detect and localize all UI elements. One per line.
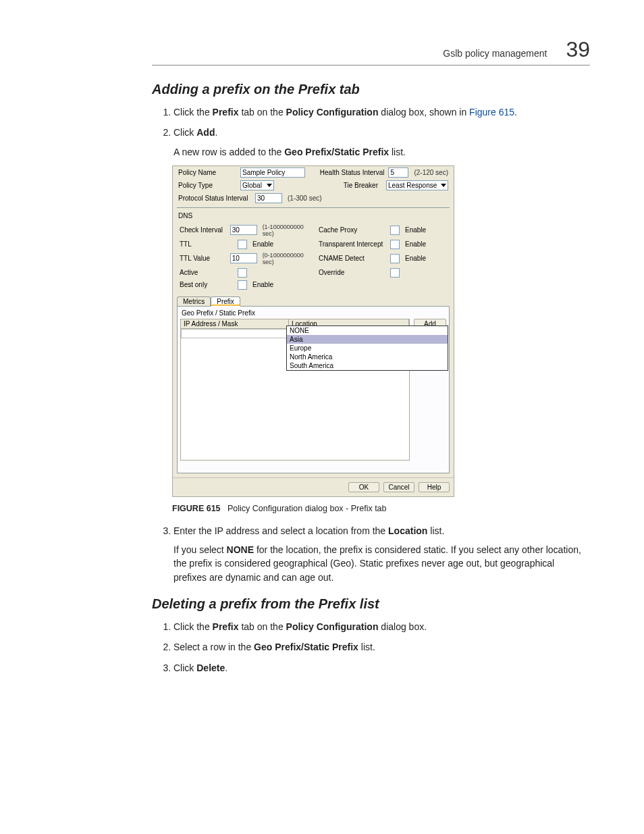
header-rule [152,65,590,66]
health-input[interactable] [388,167,408,178]
ttl-checkbox[interactable] [238,240,247,249]
header-title: Gslb policy management [443,48,547,59]
steps-delete: Click the Prefix tab on the Policy Confi… [152,620,590,675]
prefix-subtitle: Geo Prefix / Static Prefix [180,309,446,319]
text: A new row is added to the [173,147,284,157]
text: Click the [173,107,213,118]
section-heading-delete: Deleting a prefix from the Prefix list [152,596,590,612]
ip-address-input[interactable] [181,329,289,338]
best-only-checkbox[interactable] [238,280,247,290]
cache-proxy-label: Cache Proxy [319,226,387,234]
text: Click the [173,621,213,632]
text: . [215,127,217,138]
step-d3: Click Delete. [173,661,590,675]
location-option[interactable]: Asia [287,335,410,344]
page-header: Gslb policy management 39 [152,37,590,62]
bold: Prefix [213,107,239,118]
prefix-table: IP Address / Mask Location Asia NONE Asi… [180,319,410,461]
step-3-para: If you select NONE for the location, the… [173,543,590,584]
text: Click [173,662,196,673]
proto-hint: (1-300 sec) [288,194,322,202]
text: If you select [173,544,227,555]
step-d1: Click the Prefix tab on the Policy Confi… [173,620,590,633]
figure-caption: FIGURE 615 Policy Configuration dialog b… [172,504,590,513]
prefix-tab-body: Geo Prefix / Static Prefix IP Address / … [177,306,450,473]
override-label: Override [319,269,387,276]
dns-grid: Check Interval (1-1000000000 sec) Cache … [173,221,454,294]
tabstrip: Metrics Prefix [173,294,454,306]
bold: Location [388,525,427,536]
bold: Policy Configuration [286,621,379,632]
policy-config-dialog: Policy Name Health Status Interval (2-12… [172,165,454,497]
tab-metrics[interactable]: Metrics [177,296,211,306]
proto-label: Protocol Status Interval [178,194,252,202]
text: list. [427,525,444,536]
enable-text: Enable [252,281,273,288]
transparent-label: Transparent Intercept [319,240,387,248]
enable-text: Enable [405,255,426,262]
text: tab on the [239,107,286,118]
dialog-footer: OK Cancel Help [173,477,454,496]
cache-proxy-checkbox[interactable] [390,226,400,235]
health-label: Health Status Interval [320,169,385,176]
location-option[interactable]: NONE [287,326,410,335]
enable-text: Enable [252,240,273,248]
dropdown-value: Global [242,182,262,189]
text: dialog box. [378,621,427,632]
text: Select a row in the [173,642,254,652]
ok-button[interactable]: OK [348,482,379,492]
tab-prefix[interactable]: Prefix [211,296,240,307]
text: Enter the IP address and select a locati… [173,525,388,536]
tiebreaker-label: Tie Breaker [344,182,378,189]
bold: NONE [227,544,254,555]
figure-link[interactable]: Figure 615 [469,107,514,118]
ttl-value-hint: (0-1000000000 sec) [263,252,309,265]
step-2-para: A new row is added to the Geo Prefix/Sta… [173,145,590,159]
figure-caption-text: Policy Configuration dialog box - Prefix… [227,504,387,513]
text: list. [389,147,406,157]
enable-text: Enable [405,240,426,248]
health-hint: (2-120 sec) [414,169,448,176]
col-ip: IP Address / Mask [181,319,289,328]
override-checkbox[interactable] [390,268,400,278]
location-option[interactable]: Europe [287,344,410,353]
text: list. [358,642,375,652]
location-option[interactable]: South America [287,361,410,370]
text: tab on the [239,621,286,632]
location-option[interactable]: North America [287,353,410,361]
enable-text: Enable [405,226,426,234]
step-d2: Select a row in the Geo Prefix/Static Pr… [173,640,590,654]
text: . [225,662,227,673]
cname-checkbox[interactable] [390,254,400,263]
bold: Add [196,127,215,138]
active-label: Active [180,269,235,276]
cname-label: CNAME Detect [319,255,387,262]
best-only-label: Best only [180,281,235,288]
check-interval-hint: (1-1000000000 sec) [263,224,309,237]
policy-name-input[interactable] [240,167,305,178]
policy-type-label: Policy Type [178,182,238,189]
bold: Prefix [213,621,239,632]
divider [177,207,450,208]
step-1: Click the Prefix tab on the Policy Confi… [173,105,590,119]
dns-title: DNS [173,211,454,221]
cancel-button[interactable]: Cancel [383,482,414,492]
transparent-checkbox[interactable] [390,240,400,249]
active-checkbox[interactable] [238,268,247,278]
policy-type-dropdown[interactable]: Global [240,180,274,190]
chevron-down-icon [441,184,446,187]
bold: Geo Prefix/Static Prefix [284,147,389,157]
step-3: Enter the IP address and select a locati… [173,524,590,584]
proto-input[interactable] [255,193,282,203]
bold: Policy Configuration [286,107,379,118]
steps-add: Click the Prefix tab on the Policy Confi… [152,105,590,159]
check-interval-input[interactable] [230,225,257,235]
ttl-value-label: TTL Value [180,255,227,262]
ttl-value-input[interactable] [230,253,257,263]
steps-add-cont: Enter the IP address and select a locati… [152,524,590,584]
tiebreaker-dropdown[interactable]: Least Response [386,180,448,190]
dropdown-value: Least Response [388,182,437,189]
help-button[interactable]: Help [419,482,450,492]
ttl-label: TTL [180,240,235,248]
bold: Geo Prefix/Static Prefix [254,642,358,652]
